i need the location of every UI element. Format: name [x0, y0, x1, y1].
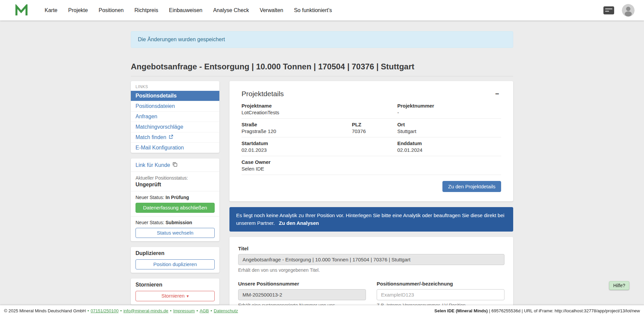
main-nav: Karte Projekte Positionen Richtpreis Ein… — [39, 7, 337, 13]
sidebar-item-match-finden[interactable]: Match finden — [131, 132, 219, 142]
page-title: Angebotsanfrage - Entsorgung | 10.000 To… — [131, 62, 513, 71]
pd-row-4: Case Owner Selen IDE — [241, 156, 501, 175]
footer-separator: • — [197, 308, 198, 313]
ort-label: Ort — [397, 122, 501, 127]
duplizieren-card: Duplizieren Position duplizieren — [131, 247, 219, 273]
duplizieren-title: Duplizieren — [136, 250, 215, 256]
footer-copyright: © 2025 Mineral Minds Deutschland GmbH — [4, 308, 86, 313]
ort-value: Stuttgart — [397, 128, 501, 134]
projektname-label: Projektname — [241, 103, 397, 109]
new-status-text-2: Neuer Status: Submission — [136, 220, 215, 225]
nav-item-einbauweisen[interactable]: Einbauweisen — [164, 7, 208, 13]
caret-down-icon: ▾ — [186, 294, 189, 299]
nav-item-projekte[interactable]: Projekte — [63, 7, 93, 13]
sidebar-item-positionsdetails[interactable]: Positionsdetails — [131, 91, 219, 101]
enddatum-label: Enddatum — [397, 140, 501, 146]
footer-separator: • — [120, 308, 122, 313]
projektname-value: LotCreationTests — [241, 110, 397, 115]
customer-link-label: Link für Kunde — [136, 162, 170, 168]
sidebar-item-matchingvorschlaege[interactable]: Matchingvorschläge — [131, 122, 219, 132]
title-divider — [131, 76, 513, 76]
footer-separator: • — [88, 308, 89, 313]
match-finden-label: Match finden — [136, 134, 166, 140]
collapse-button[interactable]: − — [493, 90, 501, 98]
sidebar: LINKS Positionsdetails Positionsdateien … — [131, 81, 219, 310]
footer-user-info: Selen IDE (Mineral Minds) — [434, 308, 488, 313]
user-avatar[interactable] — [622, 4, 635, 17]
positionsnummer-input — [238, 289, 366, 300]
nav-item-so-funktionierts[interactable]: So funktioniert's — [288, 7, 337, 13]
datenerfassung-abschliessen-button[interactable]: Datenerfassung abschließen — [136, 203, 215, 213]
footer-agb-link[interactable]: AGB — [200, 308, 209, 313]
footer-separator: • — [170, 308, 172, 313]
position-duplizieren-button[interactable]: Position duplizieren — [136, 259, 215, 269]
status-card: Link für Kunde Aktueller Positionsstatus… — [131, 159, 219, 241]
new-status-text-1: Neuer Status: In Prüfung — [136, 195, 215, 200]
help-button[interactable]: Hilfe? — [609, 281, 629, 290]
footer-separator: • — [211, 308, 212, 313]
nav-item-analyse-check[interactable]: Analyse Check — [208, 7, 254, 13]
stornieren-button-label: Stornieren — [161, 293, 184, 299]
external-link-icon — [169, 134, 173, 140]
position-form-card: Titel Erhält den von uns vorgegebenen Ti… — [229, 237, 513, 316]
saved-alert: Die Änderungen wurden gespeichert — [131, 31, 513, 48]
navbar: Karte Projekte Positionen Richtpreis Ein… — [0, 0, 644, 20]
nav-item-richtpreis[interactable]: Richtpreis — [129, 7, 164, 13]
startdatum-label: Startdatum — [241, 140, 397, 146]
nav-item-positionen[interactable]: Positionen — [93, 7, 129, 13]
links-header: LINKS — [131, 81, 219, 91]
sidebar-item-positionsdateien[interactable]: Positionsdateien — [131, 101, 219, 111]
pd-row-2: Straße Pragstraße 120 PLZ 70376 Ort Stut… — [241, 119, 501, 137]
strasse-label: Straße — [241, 122, 352, 127]
footer-impressum-link[interactable]: Impressum — [173, 308, 195, 313]
stornieren-title: Stornieren — [136, 282, 215, 288]
case-owner-label: Case Owner — [241, 159, 501, 165]
sidebar-links-card: LINKS Positionsdetails Positionsdateien … — [131, 81, 219, 153]
footer-session-info: Selen IDE (Mineral Minds)| 69576255536d … — [434, 308, 640, 313]
kunden-positionsnummer-label: Positionsnummer/-bezeichnung — [377, 281, 504, 287]
footer-phone-link[interactable]: 07151/250100 — [91, 308, 118, 313]
projektdetails-card: Projektdetails − Projektname LotCreation… — [229, 81, 513, 201]
current-status-value: Ungeprüft — [136, 182, 215, 188]
projektnummer-label: Projektnummer — [397, 103, 501, 109]
plz-label: PLZ — [352, 122, 397, 127]
main-content: Projektdetails − Projektname LotCreation… — [229, 81, 513, 316]
analytics-alert: Es liegt noch keine Analytik zu Ihrer Po… — [229, 207, 513, 232]
status-wechseln-button[interactable]: Status wechseln — [136, 228, 215, 238]
pd-row-3: Startdatum 02.01.2023 Enddatum 02.01.202… — [241, 137, 501, 156]
projektdetails-title: Projektdetails — [241, 90, 284, 98]
footer-left: © 2025 Mineral Minds Deutschland GmbH•07… — [4, 308, 238, 313]
analytics-alert-text: Es liegt noch keine Analytik zu Ihrer Po… — [236, 212, 504, 226]
plz-value: 70376 — [352, 128, 397, 134]
pd-row-1: Projektname LotCreationTests Projektnumm… — [241, 100, 501, 119]
titel-label: Titel — [238, 246, 504, 251]
case-owner-value: Selen IDE — [241, 166, 501, 172]
enddatum-value: 02.01.2024 — [397, 147, 501, 153]
stornieren-card: Stornieren Stornieren▾ — [131, 278, 219, 305]
stornieren-button[interactable]: Stornieren▾ — [136, 291, 215, 301]
sidebar-item-anfragen[interactable]: Anfragen — [131, 111, 219, 122]
footer: © 2025 Mineral Minds Deutschland GmbH•07… — [0, 305, 644, 316]
nav-item-karte[interactable]: Karte — [39, 7, 63, 13]
current-status-label: Aktueller Positionsstatus: — [136, 175, 215, 181]
titel-help: Erhält den von uns vorgegebenen Titel. — [238, 267, 504, 273]
zu-den-analysen-link[interactable]: Zu den Analysen — [279, 220, 319, 226]
copy-icon — [172, 162, 177, 168]
footer-iframe-info: | 69576255536d | URL of iFrame: http://l… — [489, 308, 640, 313]
titel-input — [238, 254, 504, 265]
footer-datenschutz-link[interactable]: Datenschutz — [214, 308, 238, 313]
kunden-positionsnummer-input[interactable] — [377, 289, 504, 300]
projektnummer-value: - — [397, 110, 501, 115]
server-icon[interactable] — [603, 6, 614, 15]
positionsnummer-label: Unsere Positionsnummer — [238, 281, 366, 287]
footer-email-link[interactable]: info@mineral-minds.de — [123, 308, 168, 313]
zu-den-projektdetails-button[interactable]: Zu den Projektdetails — [442, 181, 501, 192]
strasse-value: Pragstraße 120 — [241, 128, 352, 134]
startdatum-value: 02.01.2023 — [241, 147, 397, 153]
customer-link[interactable]: Link für Kunde — [136, 162, 177, 168]
sidebar-item-email-konfiguration[interactable]: E-Mail Konfiguration — [131, 142, 219, 153]
brand-logo-icon[interactable] — [15, 4, 28, 16]
nav-item-verwalten[interactable]: Verwalten — [254, 7, 288, 13]
